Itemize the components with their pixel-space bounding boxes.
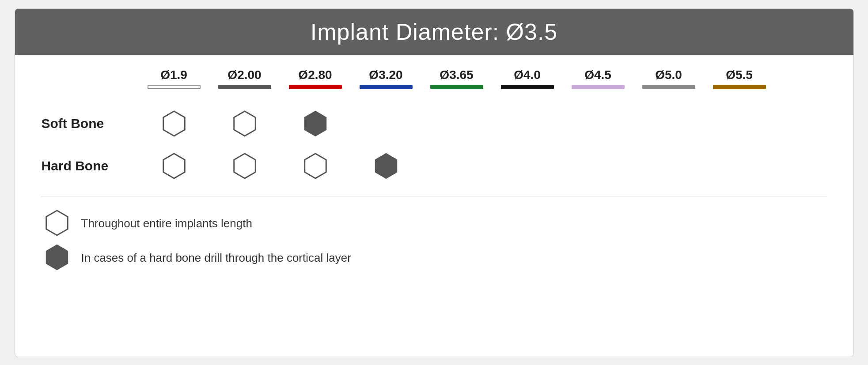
- diameter-label-d9: Ø5.5: [726, 68, 753, 82]
- color-bar-d4: [360, 85, 413, 89]
- diameter-label-d5: Ø3.65: [440, 68, 473, 82]
- color-bar-d3: [289, 85, 342, 89]
- diameter-col-d5: Ø3.65: [421, 68, 492, 89]
- color-bar-d9: [713, 85, 766, 89]
- svg-marker-5: [304, 154, 326, 178]
- cell-hard-bone-col2: [280, 153, 351, 179]
- main-card: Implant Diameter: Ø3.5 Ø1.9Ø2.00Ø2.80Ø3.…: [15, 8, 854, 357]
- diameter-label-d4: Ø3.20: [369, 68, 402, 82]
- diameter-col-d6: Ø4.0: [492, 68, 563, 89]
- diameter-label-d2: Ø2.00: [227, 68, 261, 82]
- legend-item-legend-outline: Throughout entire implants length: [42, 210, 827, 238]
- diameter-label-d8: Ø5.0: [655, 68, 682, 82]
- diameter-col-d7: Ø4.5: [563, 68, 633, 89]
- svg-marker-1: [234, 111, 255, 136]
- legend-icon-legend-outline: [42, 210, 72, 238]
- svg-marker-0: [163, 111, 185, 136]
- svg-marker-7: [46, 211, 68, 235]
- color-bar-d8: [642, 85, 695, 89]
- color-bar-d6: [501, 85, 554, 89]
- legend-text-legend-filled: In cases of a hard bone drill through th…: [81, 251, 351, 265]
- diameter-col-d2: Ø2.00: [209, 68, 280, 89]
- diameter-label-d3: Ø2.80: [298, 68, 332, 82]
- table-section: Soft BoneHard Bone: [42, 102, 827, 187]
- diameter-col-d1: Ø1.9: [139, 68, 209, 89]
- svg-marker-4: [234, 154, 255, 178]
- cell-hard-bone-col3: [351, 153, 421, 179]
- page-title: Implant Diameter: Ø3.5: [15, 19, 853, 45]
- diameter-label-d6: Ø4.0: [514, 68, 541, 82]
- divider: [42, 196, 827, 196]
- diameter-col-d8: Ø5.0: [633, 68, 704, 89]
- legend: Throughout entire implants lengthIn case…: [42, 210, 827, 272]
- cell-hard-bone-col1: [209, 153, 280, 179]
- cell-hard-bone-col0: [139, 153, 209, 179]
- cell-soft-bone-col0: [139, 110, 209, 137]
- legend-item-legend-filled: In cases of a hard bone drill through th…: [42, 244, 827, 272]
- row-label-soft-bone: Soft Bone: [42, 116, 139, 131]
- color-bar-d2: [218, 85, 271, 89]
- svg-marker-6: [375, 154, 397, 178]
- header: Implant Diameter: Ø3.5: [15, 9, 853, 55]
- diameter-col-d4: Ø3.20: [351, 68, 421, 89]
- svg-marker-3: [163, 154, 185, 178]
- diameter-label-d7: Ø4.5: [584, 68, 611, 82]
- color-bar-d1: [148, 85, 201, 89]
- body-content: Ø1.9Ø2.00Ø2.80Ø3.20Ø3.65Ø4.0Ø4.5Ø5.0Ø5.5…: [15, 55, 853, 357]
- row-label-hard-bone: Hard Bone: [42, 158, 139, 173]
- row-soft-bone: Soft Bone: [42, 102, 827, 145]
- color-bar-d7: [572, 85, 625, 89]
- diameter-col-d3: Ø2.80: [280, 68, 351, 89]
- cell-soft-bone-col1: [209, 110, 280, 137]
- row-hard-bone: Hard Bone: [42, 145, 827, 187]
- svg-marker-8: [46, 245, 68, 270]
- legend-text-legend-outline: Throughout entire implants length: [81, 217, 252, 230]
- svg-marker-2: [304, 111, 326, 136]
- diameter-header-row: Ø1.9Ø2.00Ø2.80Ø3.20Ø3.65Ø4.0Ø4.5Ø5.0Ø5.5: [42, 68, 827, 89]
- color-bar-d5: [430, 85, 483, 89]
- legend-icon-legend-filled: [42, 244, 72, 272]
- diameter-label-d1: Ø1.9: [160, 68, 187, 82]
- cell-soft-bone-col2: [280, 110, 351, 137]
- diameter-col-d9: Ø5.5: [704, 68, 775, 89]
